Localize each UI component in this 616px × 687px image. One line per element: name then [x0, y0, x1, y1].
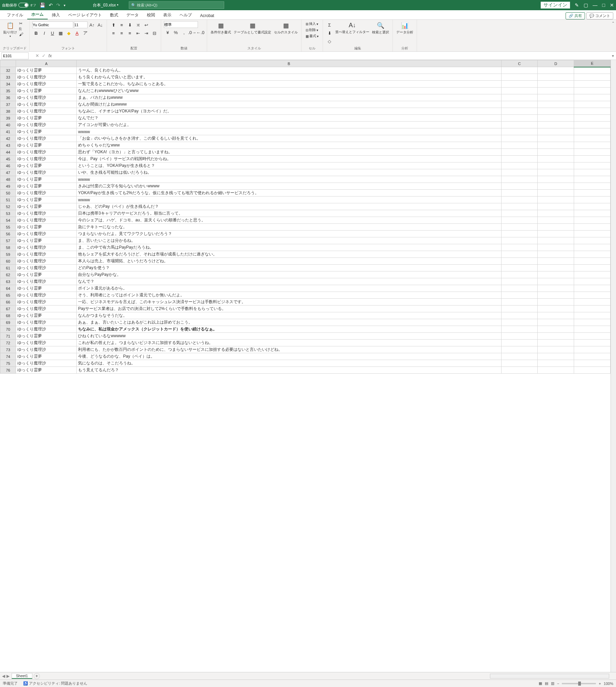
copy-icon[interactable]: ⎘ [19, 27, 23, 31]
cell[interactable] [501, 169, 538, 176]
row-header[interactable]: 63 [0, 278, 16, 285]
cell[interactable]: ゆっくり魔理沙 [16, 299, 77, 306]
cell[interactable] [501, 292, 538, 299]
row-header[interactable]: 59 [0, 251, 16, 258]
cell[interactable]: ゆっくり霊夢 [16, 142, 77, 149]
orientation-icon[interactable]: ⤭ [134, 21, 142, 29]
cell[interactable] [501, 183, 538, 190]
name-box[interactable] [1, 52, 29, 59]
paste-button[interactable]: 📋貼り付け▾ [3, 21, 18, 38]
cell[interactable] [501, 149, 538, 156]
cell[interactable] [574, 278, 611, 285]
autosave-toggle[interactable]: 自動保存 オフ [2, 3, 36, 8]
row-header[interactable]: 64 [0, 285, 16, 292]
cell[interactable]: ゆっくり霊夢 [16, 285, 77, 292]
cell[interactable]: 一覧で見るとこれだから。ちなみにもっとある。 [77, 81, 501, 88]
fill-icon[interactable]: ⬇ [326, 29, 333, 37]
row-header[interactable]: 52 [0, 203, 16, 210]
cell[interactable]: ゆっくり魔理沙 [16, 292, 77, 299]
cell[interactable] [574, 244, 611, 251]
cell[interactable]: ポイント還元があるから。 [77, 285, 501, 292]
cell[interactable]: なんだこれwwwwwひどいなwww [77, 88, 501, 94]
cell[interactable]: なんでだ？ [77, 115, 501, 122]
cell[interactable] [538, 74, 574, 81]
row-header[interactable]: 48 [0, 176, 16, 183]
format-cells-button[interactable]: ▦ 書式 ▾ [304, 33, 320, 39]
cell[interactable] [538, 326, 574, 333]
indent-inc-icon[interactable]: ⇥ [142, 29, 150, 37]
cell[interactable] [538, 265, 574, 271]
row-header[interactable]: 41 [0, 128, 16, 135]
cell[interactable] [501, 244, 538, 251]
cell[interactable] [501, 190, 538, 197]
cell[interactable] [538, 278, 574, 285]
cell[interactable] [574, 326, 611, 333]
cell[interactable]: ゆっくり魔理沙 [16, 326, 77, 333]
row-header[interactable]: 70 [0, 326, 16, 333]
cell[interactable]: あぁ、まぁ、言いたいことはあるがこれ以上は辞めておこう。 [77, 319, 501, 326]
cell[interactable]: めちゃくちゃだなwww [77, 142, 501, 149]
cell[interactable] [574, 74, 611, 81]
currency-icon[interactable]: ¥ [164, 29, 171, 36]
cell[interactable] [501, 108, 538, 115]
fx-icon[interactable]: fx [48, 53, 52, 58]
find-select-button[interactable]: 🔍検索と選択 [371, 21, 390, 35]
cell[interactable] [501, 142, 538, 149]
delete-cells-button[interactable]: ⊟ 削除 ▾ [304, 27, 320, 33]
font-name-select[interactable] [32, 21, 73, 28]
row-header[interactable]: 50 [0, 190, 16, 197]
tab-help[interactable]: ヘルプ [175, 11, 196, 19]
redo-icon[interactable]: ↷ [56, 2, 60, 8]
cell[interactable]: 本人らは売上、市場開拓、というだろうけどね。 [77, 258, 501, 265]
fill-color-button[interactable]: ◆ [65, 29, 73, 37]
inc-decimal-icon[interactable]: .0→ [188, 29, 196, 36]
cell[interactable] [574, 319, 611, 326]
cell[interactable]: じゃあ、どのPay（ペイ）が生き残るんだ？ [77, 203, 501, 210]
cell[interactable] [574, 224, 611, 231]
col-header-c[interactable]: C [501, 60, 538, 67]
cell[interactable] [538, 169, 574, 176]
mode-icon[interactable]: ✎ [575, 2, 579, 8]
cancel-formula-icon[interactable]: ✕ [35, 53, 39, 58]
row-header[interactable]: 72 [0, 340, 16, 346]
zoom-in-icon[interactable]: + [599, 682, 601, 686]
cell[interactable]: ゆっくり魔理沙 [16, 149, 77, 156]
sheet-next-icon[interactable]: ▶ [6, 674, 10, 678]
cell[interactable] [501, 81, 538, 88]
cell[interactable] [574, 94, 611, 101]
cell[interactable]: ということは、YOKA!Payが生き残ると？ [77, 162, 501, 169]
row-header[interactable]: 36 [0, 94, 16, 101]
cell[interactable] [501, 101, 538, 108]
cell[interactable] [574, 156, 611, 162]
cell[interactable]: 日本は携帯3キャリアのサービスだろう。順当に言って。 [77, 210, 501, 217]
view-pagelayout-icon[interactable]: ▤ [545, 681, 548, 686]
cell[interactable] [501, 67, 538, 74]
cell[interactable] [538, 333, 574, 340]
cell[interactable] [538, 176, 574, 183]
underline-button[interactable]: U [49, 29, 56, 37]
cell[interactable]: ゆっくり魔理沙 [16, 122, 77, 128]
cell[interactable] [574, 367, 611, 374]
cell[interactable]: ゆっくり魔理沙 [16, 278, 77, 285]
autosum-icon[interactable]: Σ [326, 21, 333, 29]
cell[interactable]: これが私の答えだよ。つまらないビジネスに加担する気はないというね。 [77, 340, 501, 346]
cell[interactable]: ちなみに、イチオシはYOKA!Pay（ヨカペイ）だ。 [77, 108, 501, 115]
phonetic-button[interactable]: ア [81, 29, 89, 37]
cell[interactable]: ゆっくり霊夢 [16, 271, 77, 278]
cell[interactable] [574, 292, 611, 299]
cell[interactable]: ま、言いたいことは分かるね。 [77, 237, 501, 244]
cell[interactable] [538, 190, 574, 197]
number-format-select[interactable] [164, 21, 198, 28]
cell[interactable] [501, 162, 538, 169]
cell[interactable] [501, 360, 538, 367]
cell[interactable] [574, 353, 611, 360]
row-header[interactable]: 45 [0, 156, 16, 162]
cell[interactable]: なんで？ [77, 278, 501, 285]
cell[interactable] [574, 190, 611, 197]
cell[interactable]: ゆっくり霊夢 [16, 237, 77, 244]
cell[interactable] [501, 367, 538, 374]
cell[interactable]: ちなみに、私は現金かアメックス（クレジットカード）を使い続けるなぁ。 [77, 326, 501, 333]
share-button[interactable]: 🔗 共有 [566, 12, 585, 19]
row-header[interactable]: 58 [0, 244, 16, 251]
align-top-icon[interactable]: ⬆ [110, 21, 117, 29]
